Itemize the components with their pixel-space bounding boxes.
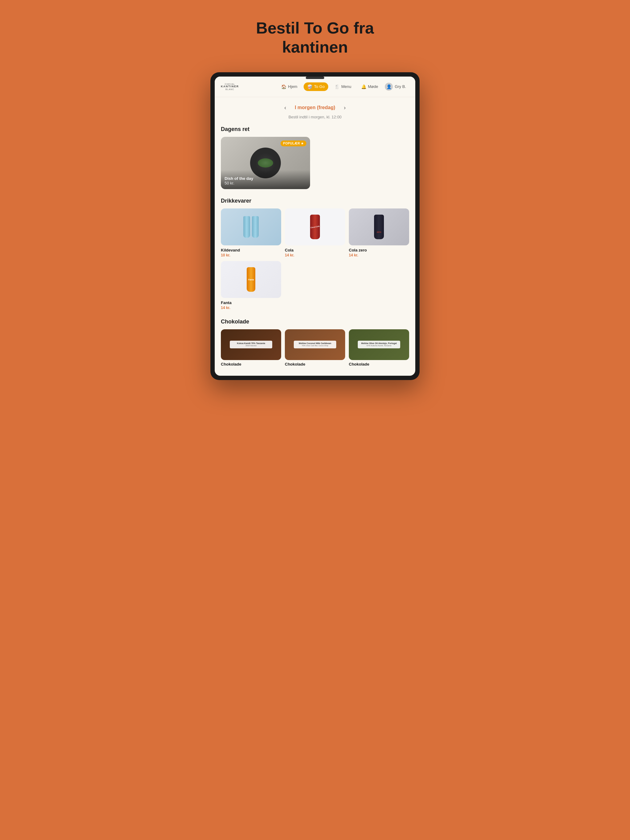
food-card-price: 50 kr. [225,181,306,185]
food-card-info: Dish of the day 50 kr. [221,170,310,189]
food-card-name: Dish of the day [225,176,306,181]
nav-link-menu-label: Menu [341,84,351,89]
cola-image [285,208,345,245]
cola-card[interactable]: Cola 14 kr. [285,208,345,257]
kildevand-image [221,208,281,245]
nav-link-togo[interactable]: 🥡 To Go [304,82,329,91]
choco-label-2: Mellów Coconut Milk Caribbean 70% Choc C… [294,341,336,348]
fanta-image [221,261,281,298]
chokolade-grid: Kokoa Kamili 70% Tanzania 2018 Harvest C… [221,329,409,366]
popular-badge: POPULÆR ★ [280,141,306,146]
nav-link-mode[interactable]: 🔔 Møde [358,82,382,91]
water-bottle-2 [252,216,259,238]
cola-bottle [310,215,320,239]
dagens-ret-title: Dagens ret [221,126,409,133]
nav-link-togo-label: To Go [314,84,325,89]
choco-label-1: Kokoa Kamili 70% Tanzania 2018 Harvest [230,341,272,348]
colazero-price: 14 kr. [349,253,409,257]
water-bottles [243,216,259,238]
kildevand-price: 10 kr. [221,253,281,257]
choco-card-1[interactable]: Kokoa Kamili 70% Tanzania 2018 Harvest C… [221,329,281,366]
date-sublabel: Bestil indtil i morgen, kl. 12:00 [221,115,409,119]
nav-links: 🏠 Hjem 🥡 To Go 🍴 Menu 🔔 Møde [277,82,382,91]
choco-label-sub-1: 2018 Harvest [232,345,270,347]
home-icon: 🏠 [281,84,287,89]
colazero-bottle [374,215,384,239]
device-notch [306,77,324,79]
next-date-arrow[interactable]: › [342,103,348,112]
nav-logo-main: KANTINER [221,85,239,88]
kildevand-card[interactable]: Kildevand 10 kr. [221,208,281,257]
nav-logo-arc2: BLANC [225,88,234,90]
choco-label-sub-2: 70% Choc Cart Bar, Cocco Drop [296,345,334,347]
chokolade-section: Chokolade Kokoa Kamili 70% Tanzania 2018… [221,319,409,366]
nav-logo: CHEVAL KANTINER BLANC [221,83,239,90]
nav-user[interactable]: 👤 Gry B. [382,81,409,93]
bell-icon: 🔔 [361,84,366,89]
choco-name-3: Chokolade [349,362,409,366]
choco-img-1: Kokoa Kamili 70% Tanzania 2018 Harvest [221,329,281,360]
cola-name: Cola [285,248,345,253]
colazero-image [349,208,409,245]
nav-link-hjem[interactable]: 🏠 Hjem [277,82,301,91]
food-garnish [258,158,273,167]
choco-name-2: Chokolade [285,362,345,366]
drikkevarer-section: Drikkevarer Kildevand 10 kr. [221,198,409,310]
choco-img-2: Mellów Coconut Milk Caribbean 70% Choc C… [285,329,345,360]
date-label: I morgen (fredag) [295,105,335,111]
hero-title: Bestil To Go fra kantinen [223,19,407,57]
user-avatar: 👤 [385,83,393,91]
kildevand-name: Kildevand [221,248,281,253]
menu-icon: 🍴 [334,84,340,89]
choco-label-title-1: Kokoa Kamili 70% Tanzania [232,342,270,345]
fanta-bottle [247,267,255,292]
togo-icon: 🥡 [307,84,313,89]
water-bottle-1 [243,216,250,238]
choco-name-1: Chokolade [221,362,281,366]
dagens-ret-card[interactable]: POPULÆR ★ Dish of the day 50 kr. [221,137,310,189]
drikkevarer-title: Drikkevarer [221,198,409,204]
nav-link-mode-label: Møde [368,84,378,89]
fanta-price: 14 kr. [221,306,281,310]
choco-label-3: Mellów Olive Oil Alentejo, Portugal 67% … [358,341,400,348]
nav-link-hjem-label: Hjem [288,84,297,89]
dagens-ret-section: Dagens ret POPULÆR ★ Dish of the day 50 … [221,126,409,189]
user-name: Gry B. [395,84,406,89]
user-icon: 👤 [386,84,392,89]
prev-date-arrow[interactable]: ‹ [282,103,288,112]
colazero-name: Cola zero [349,248,409,253]
choco-label-sub-3: 67% Kukicha Kamili, Tanzania [359,345,398,347]
nav-bar: CHEVAL KANTINER BLANC 🏠 Hjem 🥡 To Go 🍴 M… [215,77,415,97]
products-grid: Kildevand 10 kr. Cola 14 kr. [221,208,409,310]
choco-img-3: Mellów Olive Oil Alentejo, Portugal 67% … [349,329,409,360]
colazero-card[interactable]: Cola zero 14 kr. [349,208,409,257]
device-screen: CHEVAL KANTINER BLANC 🏠 Hjem 🥡 To Go 🍴 M… [215,77,415,376]
chokolade-title: Chokolade [221,319,409,325]
choco-card-2[interactable]: Mellów Coconut Milk Caribbean 70% Choc C… [285,329,345,366]
nav-link-menu[interactable]: 🍴 Menu [331,82,355,91]
choco-card-3[interactable]: Mellów Olive Oil Alentejo, Portugal 67% … [349,329,409,366]
fanta-name: Fanta [221,300,281,305]
device-frame: CHEVAL KANTINER BLANC 🏠 Hjem 🥡 To Go 🍴 M… [211,72,419,380]
cola-price: 14 kr. [285,253,345,257]
choco-label-title-2: Mellów Coconut Milk Caribbean [296,342,334,345]
main-content: ‹ I morgen (fredag) › Bestil indtil i mo… [215,97,415,376]
fanta-card[interactable]: Fanta 14 kr. [221,261,281,310]
choco-label-title-3: Mellów Olive Oil Alentejo, Portugal [359,342,398,345]
date-navigation: ‹ I morgen (fredag) › [221,103,409,112]
